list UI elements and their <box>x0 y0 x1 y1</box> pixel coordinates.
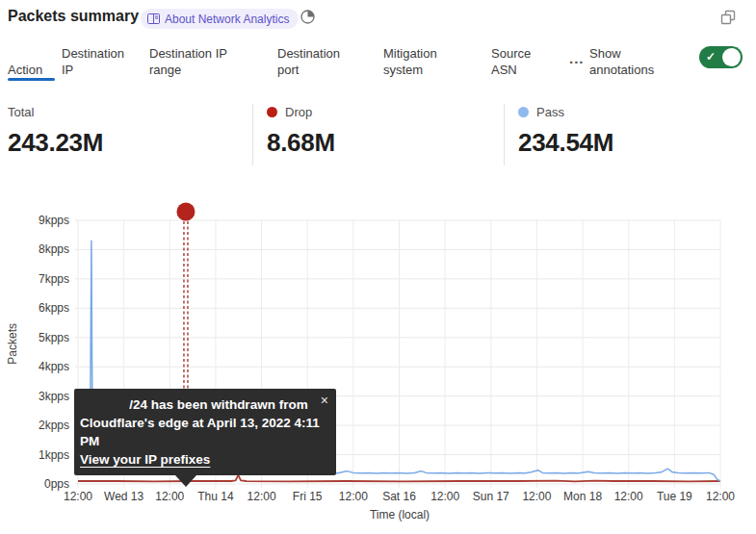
annotation-tooltip: × /24 has been withdrawn from Cloudflare… <box>74 389 336 475</box>
x-tick-label: 12:00 <box>693 490 747 503</box>
y-tick-label: 2kpps <box>17 419 69 432</box>
y-tick-label: 5kpps <box>17 331 69 344</box>
y-tick-label: 8kpps <box>17 242 69 256</box>
x-axis-title: Time (local) <box>352 508 448 521</box>
y-tick-label: 7kpps <box>17 272 69 286</box>
y-tick-label: 4kpps <box>17 360 69 373</box>
y-tick-label: 1kpps <box>17 448 69 462</box>
y-tick-label: 6kpps <box>17 301 69 315</box>
tooltip-line-1: /24 has been withdrawn from <box>80 395 325 414</box>
tooltip-caret <box>175 475 196 487</box>
y-tick-label: 9kpps <box>17 214 69 227</box>
view-ip-prefixes-link[interactable]: View your IP prefixes <box>80 450 210 469</box>
y-tick-label: 0pps <box>17 477 69 491</box>
annotation-dot[interactable] <box>176 203 195 221</box>
packets-summary-panel: Packets summary About Network Analytics … <box>0 0 756 534</box>
tooltip-line-2: Cloudflare's edge at April 13, 2022 4:11… <box>80 414 325 450</box>
y-tick-label: 3kpps <box>17 390 69 403</box>
close-icon[interactable]: × <box>321 392 328 410</box>
